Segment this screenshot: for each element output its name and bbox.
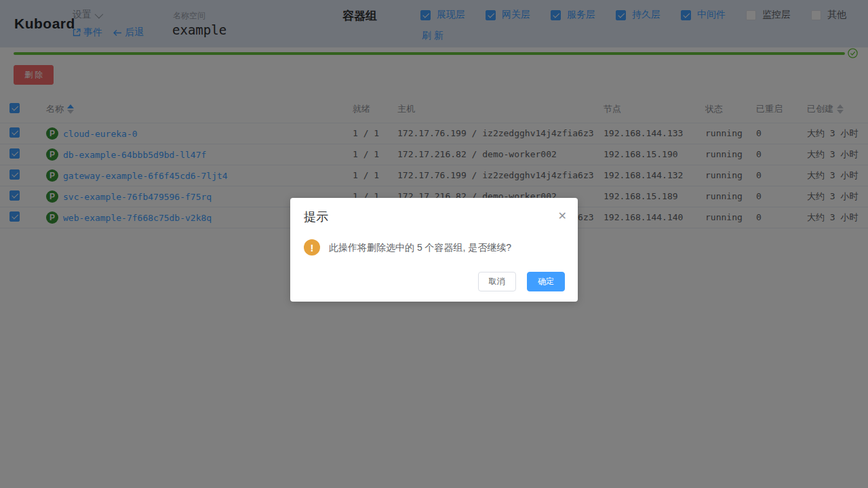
close-icon[interactable]: ✕ (558, 211, 567, 222)
dialog-message: 此操作将删除选中的 5 个容器组, 是否继续? (329, 239, 511, 256)
cancel-button[interactable]: 取消 (478, 272, 516, 291)
confirm-dialog: 提示 ✕ ! 此操作将删除选中的 5 个容器组, 是否继续? 取消 确定 (290, 198, 578, 302)
dialog-title: 提示 (304, 210, 328, 224)
warning-icon: ! (304, 239, 320, 256)
confirm-button[interactable]: 确定 (527, 272, 565, 291)
